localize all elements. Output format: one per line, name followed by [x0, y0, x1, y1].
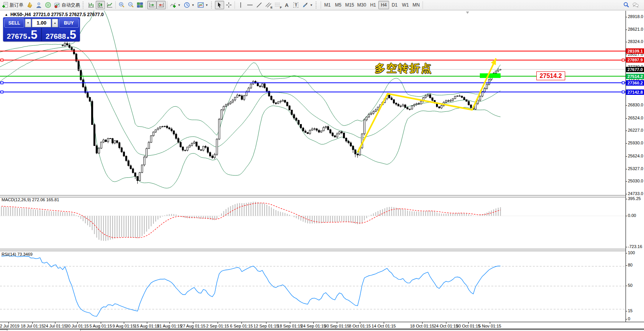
macd-label: MACD(12,26,9) 272.06 165.81 [2, 197, 59, 202]
timeframe-mn[interactable]: MN [411, 1, 421, 9]
text-tool-button[interactable]: A [282, 1, 291, 9]
date-tick [32, 322, 33, 324]
line-chart-button[interactable] [105, 1, 114, 9]
chart-shift-icon [158, 2, 164, 8]
date-axis-label: 9 Aug 01:15 [113, 324, 135, 328]
crosshair-icon [226, 2, 232, 8]
candlestick-chart-button[interactable] [96, 1, 105, 9]
vertical-line-icon [238, 2, 244, 8]
axis-tick [626, 286, 627, 286]
toolbar-separator [146, 1, 146, 9]
price-axis-label: 26830.0 [628, 103, 643, 107]
autotrading-label: 自动交易 [62, 2, 80, 8]
market-watch-button[interactable] [25, 1, 34, 9]
tile-windows-button[interactable] [135, 1, 145, 9]
timeframe-m15[interactable]: M15 [344, 1, 356, 9]
zoom-in-button[interactable] [117, 1, 126, 9]
axis-tick [626, 181, 627, 182]
fibonacci-letter: F [280, 6, 282, 9]
date-axis-label: 5 Aug 01:15 [90, 324, 112, 328]
axis-tick [626, 199, 627, 199]
date-axis-label: 30 Sep 01:15 [324, 324, 349, 328]
toolbar: 新订单 自动交易 [0, 0, 644, 10]
equidistant-channel-tool-button[interactable]: E [264, 1, 273, 9]
text-tool-icon: A [285, 2, 288, 8]
timeframe-h4[interactable]: H4 [378, 1, 389, 9]
date-tick [170, 322, 170, 324]
buy-price[interactable]: 27688 .5 [42, 28, 80, 41]
arrows-caret-icon[interactable]: ▼ [310, 3, 313, 7]
search-button[interactable] [622, 1, 631, 9]
timeframe-w1[interactable]: W1 [400, 1, 411, 9]
toolbar-separator [321, 1, 321, 9]
macd-axis-label: -723.16 [628, 244, 642, 249]
indicators-caret-icon[interactable]: ▼ [178, 3, 181, 7]
date-tick [8, 322, 9, 324]
sell-button[interactable]: SELL [4, 18, 24, 28]
date-tick [241, 322, 242, 324]
timeframe-m1[interactable]: M1 [322, 1, 333, 9]
trendline-tool-button[interactable] [255, 1, 264, 9]
sell-price[interactable]: 27675 .5 [3, 28, 41, 41]
navigator-button[interactable] [34, 1, 43, 9]
chart-shift-button[interactable] [156, 1, 166, 9]
volume-input[interactable]: 1.00 [32, 19, 51, 27]
periods-button[interactable]: ▼ [182, 1, 196, 9]
trend-annotation-layer[interactable] [0, 11, 626, 195]
templates-caret-icon[interactable]: ▼ [205, 3, 208, 7]
timeframe-m5[interactable]: M5 [333, 1, 344, 9]
arrows-tool-button[interactable]: ▼ [301, 1, 315, 9]
pane-splitter[interactable] [0, 249, 626, 251]
price-axis-label: 28621.0 [628, 27, 643, 31]
pane-splitter[interactable] [0, 195, 626, 197]
timeframe-d1[interactable]: D1 [389, 1, 400, 9]
date-axis-label: 8 Oct 01:15 [349, 324, 371, 328]
volume-increase-button[interactable]: ▲ [52, 19, 58, 27]
date-tick [77, 322, 78, 324]
volume-decrease-button[interactable]: ▼ [25, 19, 31, 27]
date-axis[interactable]: 12 Jul 201918 Jul 01:1524 Jul 01:1530 Ju… [0, 322, 644, 329]
bar-chart-button[interactable] [87, 1, 96, 9]
date-axis-label: 24 Jul 01:15 [43, 324, 67, 328]
vertical-line-tool-button[interactable] [236, 1, 245, 9]
date-tick [147, 322, 147, 324]
market-watch-icon [27, 2, 33, 8]
date-tick [124, 322, 124, 324]
axis-tick [626, 194, 627, 194]
horizontal-scrollbar[interactable] [0, 329, 644, 331]
zoom-in-icon [118, 2, 125, 8]
templates-button[interactable]: ▼ [196, 1, 210, 9]
terminal-button[interactable] [43, 1, 53, 9]
crosshair-tool-button[interactable] [224, 1, 233, 9]
new-order-button[interactable]: 新订单 [1, 1, 25, 9]
macd-axis-label: 395.25 [628, 196, 641, 201]
price-axis[interactable]: 28918.028621.028324.028027.027730.027424… [626, 11, 644, 322]
turning-point-annotation[interactable]: 多空转折点 [375, 61, 433, 75]
collapse-panel-arrow[interactable]: ▲ [5, 13, 8, 17]
horizontal-line-tool-button[interactable] [245, 1, 255, 9]
periods-caret-icon[interactable]: ▼ [191, 3, 195, 7]
date-tick [266, 322, 266, 324]
scrollbar-thumb[interactable] [7, 329, 81, 331]
zoom-out-button[interactable] [126, 1, 135, 9]
buy-button[interactable]: BUY [59, 18, 79, 28]
auto-scroll-button[interactable] [147, 1, 156, 9]
price-level-label[interactable]: 27514.2 [536, 71, 565, 80]
zoom-out-icon [128, 2, 134, 8]
cursor-tool-button[interactable] [215, 1, 224, 9]
indicators-button[interactable]: ▼ [168, 1, 182, 9]
timeframe-h1[interactable]: H1 [368, 1, 378, 9]
toolbar-separator [235, 1, 235, 9]
date-tick [101, 322, 101, 324]
date-tick [446, 322, 446, 324]
fibonacci-tool-button[interactable]: F [273, 1, 282, 9]
text-label-tool-button[interactable]: T [291, 1, 301, 9]
price-axis-label: 25624.0 [628, 154, 643, 158]
price-axis-label: 28918.0 [628, 14, 643, 19]
autotrading-button[interactable]: 自动交易 [53, 1, 82, 9]
chat-button[interactable] [631, 1, 640, 9]
axis-tick [626, 216, 627, 216]
timeframe-m30[interactable]: M30 [356, 1, 368, 9]
cursor-icon [216, 2, 223, 8]
rsi-axis-label: 0 [628, 316, 630, 321]
